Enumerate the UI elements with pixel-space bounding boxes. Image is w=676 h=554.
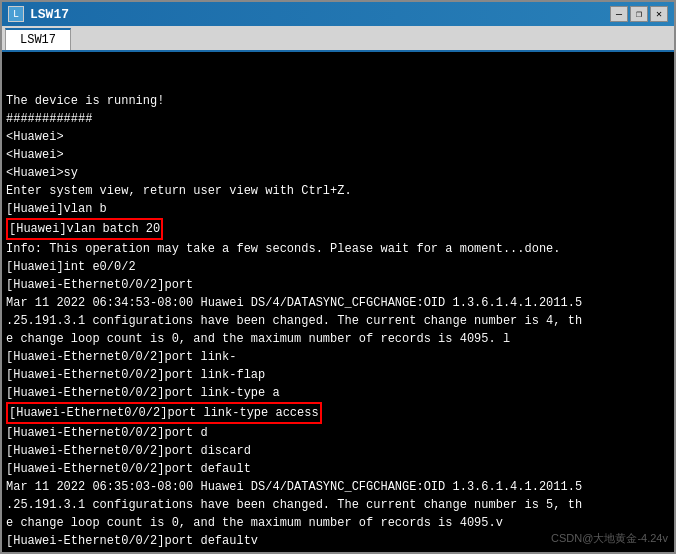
terminal-line: <Huawei> <box>6 146 670 164</box>
terminal-line: .25.191.3.1 configurations have been cha… <box>6 312 670 330</box>
terminal-line: Enter system view, return user view with… <box>6 182 670 200</box>
terminal-line: e change loop count is 0, and the maximu… <box>6 514 670 532</box>
window-controls: — ❐ ✕ <box>610 6 668 22</box>
app-icon: L <box>8 6 24 22</box>
close-button[interactable]: ✕ <box>650 6 668 22</box>
minimize-button[interactable]: — <box>610 6 628 22</box>
terminal-line: [Huawei-Ethernet0/0/2]port link-flap <box>6 366 670 384</box>
terminal-line: [Huawei-Ethernet0/0/2]port default v <box>6 550 670 552</box>
restore-button[interactable]: ❐ <box>630 6 648 22</box>
terminal-line: [Huawei]vlan batch 20 <box>6 218 670 240</box>
terminal-line: Info: This operation may take a few seco… <box>6 240 670 258</box>
terminal-line: ############ <box>6 110 670 128</box>
highlighted-command: [Huawei-Ethernet0/0/2]port link-type acc… <box>6 402 322 424</box>
terminal-line: [Huawei-Ethernet0/0/2]port link-type a <box>6 384 670 402</box>
title-bar: L LSW17 — ❐ ✕ <box>2 2 674 26</box>
terminal-line: [Huawei]vlan b <box>6 200 670 218</box>
terminal-line: <Huawei> <box>6 128 670 146</box>
tab-lsw17[interactable]: LSW17 <box>5 28 71 50</box>
terminal-output[interactable]: The device is running!############<Huawe… <box>2 52 674 552</box>
terminal-line: Mar 11 2022 06:34:53-08:00 Huawei DS/4/D… <box>6 294 670 312</box>
terminal-line: [Huawei]int e0/0/2 <box>6 258 670 276</box>
terminal-line: The device is running! <box>6 92 670 110</box>
terminal-line: .25.191.3.1 configurations have been cha… <box>6 496 670 514</box>
main-window: L LSW17 — ❐ ✕ LSW17 The device is runnin… <box>0 0 676 554</box>
terminal-line: Mar 11 2022 06:35:03-08:00 Huawei DS/4/D… <box>6 478 670 496</box>
terminal-line: [Huawei-Ethernet0/0/2]port default <box>6 460 670 478</box>
terminal-line: e change loop count is 0, and the maximu… <box>6 330 670 348</box>
terminal-line: [Huawei-Ethernet0/0/2]port link- <box>6 348 670 366</box>
title-bar-left: L LSW17 <box>8 6 69 22</box>
terminal-line: [Huawei-Ethernet0/0/2]port discard <box>6 442 670 460</box>
terminal-line: [Huawei-Ethernet0/0/2]port d <box>6 424 670 442</box>
terminal-line: <Huawei>sy <box>6 164 670 182</box>
highlighted-command: [Huawei]vlan batch 20 <box>6 218 163 240</box>
terminal-line: [Huawei-Ethernet0/0/2]port link-type acc… <box>6 402 670 424</box>
tab-bar: LSW17 <box>2 26 674 52</box>
watermark: CSDN@大地黄金-4.24v <box>551 531 668 546</box>
terminal-line: [Huawei-Ethernet0/0/2]port <box>6 276 670 294</box>
window-title: LSW17 <box>30 7 69 22</box>
